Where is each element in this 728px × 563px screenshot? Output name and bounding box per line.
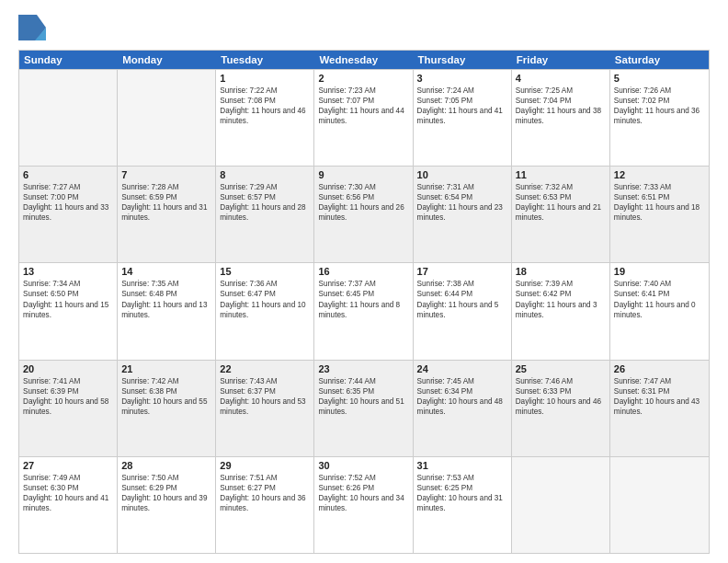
sunset-text: Sunset: 6:35 PM	[318, 386, 408, 396]
sunrise-text: Sunrise: 7:51 AM	[220, 473, 310, 483]
sunset-text: Sunset: 6:57 PM	[220, 192, 310, 202]
sunset-text: Sunset: 6:44 PM	[417, 289, 507, 299]
sunset-text: Sunset: 6:31 PM	[614, 386, 705, 396]
calendar-cell: 16Sunrise: 7:37 AMSunset: 6:45 PMDayligh…	[314, 263, 413, 359]
sunrise-text: Sunrise: 7:31 AM	[417, 182, 507, 192]
header-day-saturday: Saturday	[610, 51, 709, 69]
calendar-cell: 27Sunrise: 7:49 AMSunset: 6:30 PMDayligh…	[19, 457, 118, 553]
sunrise-text: Sunrise: 7:27 AM	[23, 182, 113, 192]
day-number: 24	[417, 363, 507, 374]
calendar-body: 1Sunrise: 7:22 AMSunset: 7:08 PMDaylight…	[19, 69, 709, 553]
day-number: 25	[516, 363, 606, 374]
calendar-cell: 28Sunrise: 7:50 AMSunset: 6:29 PMDayligh…	[118, 457, 216, 553]
sunset-text: Sunset: 6:29 PM	[121, 483, 211, 493]
sunset-text: Sunset: 6:33 PM	[516, 386, 606, 396]
sunrise-text: Sunrise: 7:22 AM	[220, 86, 310, 96]
calendar-row-5: 27Sunrise: 7:49 AMSunset: 6:30 PMDayligh…	[19, 456, 709, 553]
sunrise-text: Sunrise: 7:26 AM	[614, 86, 705, 96]
daylight-text: Daylight: 10 hours and 53 minutes.	[220, 396, 310, 417]
daylight-text: Daylight: 11 hours and 13 minutes.	[121, 300, 211, 320]
logo-icon	[18, 15, 46, 40]
day-number: 31	[417, 460, 507, 471]
sunset-text: Sunset: 6:51 PM	[614, 192, 705, 202]
sunrise-text: Sunrise: 7:38 AM	[417, 279, 507, 289]
sunrise-text: Sunrise: 7:43 AM	[220, 376, 310, 386]
sunset-text: Sunset: 6:37 PM	[220, 386, 310, 396]
daylight-text: Daylight: 11 hours and 28 minutes.	[220, 202, 310, 223]
calendar-cell: 6Sunrise: 7:27 AMSunset: 7:00 PMDaylight…	[19, 167, 118, 262]
calendar-cell: 14Sunrise: 7:35 AMSunset: 6:48 PMDayligh…	[118, 263, 216, 359]
daylight-text: Daylight: 11 hours and 21 minutes.	[516, 202, 606, 223]
sunrise-text: Sunrise: 7:47 AM	[614, 376, 705, 386]
daylight-text: Daylight: 10 hours and 39 minutes.	[121, 493, 211, 513]
sunrise-text: Sunrise: 7:50 AM	[121, 473, 211, 483]
sunset-text: Sunset: 6:48 PM	[121, 289, 211, 299]
calendar-cell: 19Sunrise: 7:40 AMSunset: 6:41 PMDayligh…	[610, 263, 709, 359]
sunset-text: Sunset: 6:34 PM	[417, 386, 507, 396]
sunset-text: Sunset: 7:04 PM	[516, 96, 606, 106]
day-number: 17	[417, 266, 507, 277]
daylight-text: Daylight: 10 hours and 48 minutes.	[417, 396, 507, 417]
calendar-cell: 22Sunrise: 7:43 AMSunset: 6:37 PMDayligh…	[216, 361, 314, 456]
day-number: 27	[23, 460, 113, 471]
sunset-text: Sunset: 6:30 PM	[23, 483, 113, 493]
day-number: 19	[614, 266, 705, 277]
header-day-wednesday: Wednesday	[314, 51, 413, 69]
calendar-cell: 1Sunrise: 7:22 AMSunset: 7:08 PMDaylight…	[216, 70, 314, 166]
calendar-row-4: 20Sunrise: 7:41 AMSunset: 6:39 PMDayligh…	[19, 360, 709, 456]
sunrise-text: Sunrise: 7:23 AM	[318, 86, 408, 96]
sunrise-text: Sunrise: 7:45 AM	[417, 376, 507, 386]
day-number: 8	[220, 169, 310, 180]
daylight-text: Daylight: 10 hours and 46 minutes.	[516, 396, 606, 417]
day-number: 3	[417, 73, 507, 84]
day-number: 5	[614, 73, 705, 84]
sunset-text: Sunset: 7:00 PM	[23, 192, 113, 202]
day-number: 20	[23, 363, 113, 374]
calendar: SundayMondayTuesdayWednesdayThursdayFrid…	[18, 50, 710, 554]
day-number: 9	[318, 169, 408, 180]
sunrise-text: Sunrise: 7:28 AM	[121, 182, 211, 192]
sunrise-text: Sunrise: 7:34 AM	[23, 279, 113, 289]
sunrise-text: Sunrise: 7:24 AM	[417, 86, 507, 96]
sunrise-text: Sunrise: 7:39 AM	[516, 279, 606, 289]
sunrise-text: Sunrise: 7:36 AM	[220, 279, 310, 289]
day-number: 23	[318, 363, 408, 374]
calendar-cell: 18Sunrise: 7:39 AMSunset: 6:42 PMDayligh…	[512, 263, 610, 359]
day-number: 22	[220, 363, 310, 374]
calendar-cell: 5Sunrise: 7:26 AMSunset: 7:02 PMDaylight…	[610, 70, 709, 166]
header	[18, 15, 710, 40]
daylight-text: Daylight: 10 hours and 31 minutes.	[417, 493, 507, 513]
day-number: 2	[318, 73, 408, 84]
calendar-header: SundayMondayTuesdayWednesdayThursdayFrid…	[19, 51, 709, 69]
calendar-cell: 10Sunrise: 7:31 AMSunset: 6:54 PMDayligh…	[414, 167, 512, 262]
sunset-text: Sunset: 6:47 PM	[220, 289, 310, 299]
daylight-text: Daylight: 11 hours and 26 minutes.	[318, 202, 408, 223]
calendar-cell: 21Sunrise: 7:42 AMSunset: 6:38 PMDayligh…	[118, 361, 216, 456]
day-number: 1	[220, 73, 310, 84]
calendar-cell: 25Sunrise: 7:46 AMSunset: 6:33 PMDayligh…	[512, 361, 610, 456]
calendar-cell: 15Sunrise: 7:36 AMSunset: 6:47 PMDayligh…	[216, 263, 314, 359]
sunset-text: Sunset: 6:54 PM	[417, 192, 507, 202]
sunrise-text: Sunrise: 7:37 AM	[318, 279, 408, 289]
daylight-text: Daylight: 11 hours and 36 minutes.	[614, 106, 705, 126]
sunrise-text: Sunrise: 7:25 AM	[516, 86, 606, 96]
daylight-text: Daylight: 10 hours and 55 minutes.	[121, 396, 211, 417]
calendar-cell	[19, 70, 118, 166]
day-number: 30	[318, 460, 408, 471]
day-number: 12	[614, 169, 705, 180]
calendar-cell: 2Sunrise: 7:23 AMSunset: 7:07 PMDaylight…	[314, 70, 413, 166]
daylight-text: Daylight: 11 hours and 8 minutes.	[318, 300, 408, 320]
header-day-monday: Monday	[118, 51, 216, 69]
calendar-row-2: 6Sunrise: 7:27 AMSunset: 7:00 PMDaylight…	[19, 166, 709, 262]
day-number: 6	[23, 169, 113, 180]
daylight-text: Daylight: 10 hours and 43 minutes.	[614, 396, 705, 417]
day-number: 28	[121, 460, 211, 471]
day-number: 18	[516, 266, 606, 277]
daylight-text: Daylight: 11 hours and 18 minutes.	[614, 202, 705, 223]
calendar-cell: 31Sunrise: 7:53 AMSunset: 6:25 PMDayligh…	[414, 457, 512, 553]
sunset-text: Sunset: 6:45 PM	[318, 289, 408, 299]
header-day-tuesday: Tuesday	[216, 51, 314, 69]
sunrise-text: Sunrise: 7:40 AM	[614, 279, 705, 289]
header-day-thursday: Thursday	[414, 51, 512, 69]
header-day-friday: Friday	[512, 51, 610, 69]
